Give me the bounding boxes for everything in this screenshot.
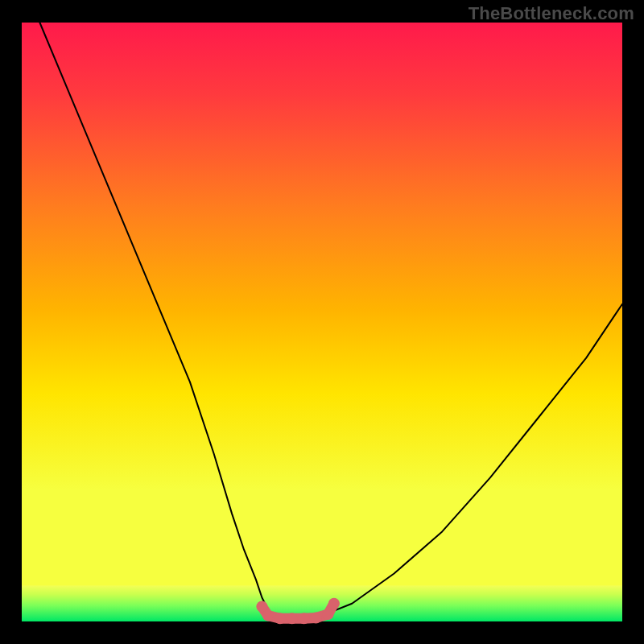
chart-container: TheBottleneck.com [0,0,644,644]
bottleneck-chart [0,0,644,644]
highlight-dot [299,613,310,624]
watermark-text: TheBottleneck.com [469,3,634,24]
highlight-dot [323,609,334,620]
highlight-dot [328,598,340,609]
highlight-dot [287,613,298,624]
highlight-dot [275,613,286,624]
highlight-dot [311,613,322,624]
plot-background [22,23,622,621]
highlight-dot [262,610,274,621]
